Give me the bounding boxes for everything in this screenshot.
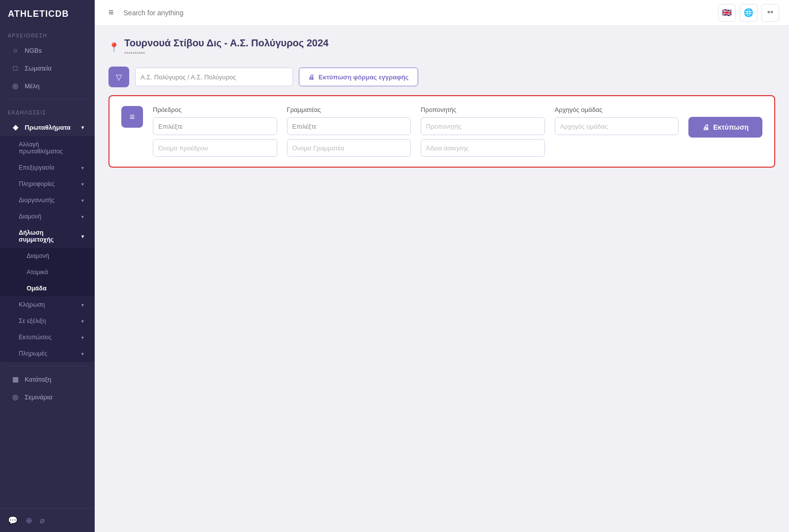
secretary-name-input[interactable] [287, 139, 411, 157]
chat-icon[interactable]: 💬 [8, 516, 18, 525]
sidebar-item-declaration[interactable]: Δήλωση συμμετοχής ▾ [3, 225, 92, 248]
ngbs-icon: ○ [11, 46, 20, 54]
info-label: Πληροφορίες [19, 180, 55, 187]
search-input[interactable] [124, 9, 712, 17]
sidebar-item-clubs[interactable]: □ Σωματεία [3, 60, 92, 76]
in-progress-chevron-icon: ▾ [81, 319, 84, 324]
logo-text: ATHLETICDB [8, 9, 69, 19]
sidebar-divider-2 [6, 366, 89, 366]
sidebar-item-clubs-label: Σωματεία [25, 65, 52, 72]
team-leader-group: Αρχηγός ομάδας [555, 106, 679, 135]
logo: ATHLETICDB [0, 0, 95, 26]
accommodation-label: Διαμονή [19, 213, 41, 220]
sidebar-footer: 💬 ⊕ ⌀ [0, 508, 95, 532]
members-icon: ◎ [11, 82, 20, 90]
sidebar-item-members[interactable]: ◎ Μέλη [3, 77, 92, 94]
sidebar-item-championships-label: Πρωταθλήματα [25, 124, 71, 131]
page-header-icon: 📍 [108, 42, 119, 53]
language-button[interactable]: 🇬🇧 [718, 4, 736, 22]
menu-button[interactable]: ≡ [105, 5, 118, 20]
organizer-label: Διοργανωτής [19, 197, 54, 204]
clubs-icon: □ [11, 64, 20, 72]
championships-chevron-icon: ▾ [81, 125, 84, 130]
sidebar-item-championships[interactable]: ◆ Πρωταθλήματα ▾ [3, 119, 92, 136]
club-filter-select[interactable]: Α.Σ. Πολύγυρος / Α.Σ. Πολύγυρος [135, 68, 293, 86]
sidebar-item-in-progress[interactable]: Σε εξέλιξη ▾ [3, 313, 92, 329]
sidebar-item-accommodation-sub[interactable]: Διαμονή [3, 248, 92, 264]
logo-athletic: ATHLETIC [8, 9, 55, 19]
flag-icon: 🇬🇧 [722, 8, 732, 17]
card-body: Πρόεδρος Επιλέξτε Γραμματέας Επιλέξτε [153, 106, 762, 157]
president-select[interactable]: Επιλέξτε [153, 117, 277, 135]
section-competitions-label: ΕΚΔΗΛΩΣΕΙΣ [0, 103, 95, 118]
sidebar-divider-1 [6, 99, 89, 99]
section-registrations-label: ΑΡΧΕΙΟΘΕΣΗ [0, 26, 95, 41]
secretary-group: Γραμματέας Επιλέξτε [287, 106, 411, 157]
coach-input[interactable] [421, 117, 545, 135]
print-btn-label: Εκτύπωση [713, 123, 749, 131]
team-leader-input[interactable] [555, 117, 679, 135]
topbar: ≡ 🇬🇧 🌐 •• [95, 0, 789, 26]
championships-submenu: Αλλαγή πρωταθλήματος Επεξεργασία ▾ Πληρο… [0, 136, 95, 362]
president-name-input[interactable] [153, 139, 277, 157]
sidebar-item-edit[interactable]: Επεξεργασία ▾ [3, 160, 92, 176]
logo-db: DB [55, 9, 69, 19]
sidebar-item-info[interactable]: Πληροφορίες ▾ [3, 176, 92, 192]
ranking-icon: ▦ [11, 375, 20, 383]
sidebar-item-prints[interactable]: Εκτυπώσεις ▾ [3, 329, 92, 345]
page-title: Τουρνουά Στίβου Δις - Α.Σ. Πολύγυρος 202… [124, 37, 328, 49]
prints-chevron-icon: ▾ [81, 335, 84, 340]
draw-label: Κλήρωση [19, 301, 45, 308]
payments-chevron-icon: ▾ [81, 351, 84, 356]
declaration-chevron-icon: ▾ [81, 234, 84, 239]
filter-row: ▽ Α.Σ. Πολύγυρος / Α.Σ. Πολύγυρος 🖨 Εκτύ… [108, 67, 775, 87]
filter-icon: ▽ [116, 72, 122, 82]
sidebar-item-accommodation[interactable]: Διαμονή ▾ [3, 209, 92, 224]
print-form-icon: 🖨 [308, 73, 315, 81]
sidebar-item-change-championship[interactable]: Αλλαγή πρωταθλήματος [3, 137, 92, 159]
payments-label: Πληρωμές [19, 350, 47, 357]
page-subtitle: •••••••••• [124, 50, 328, 57]
main-content: ≡ 🇬🇧 🌐 •• 📍 Τουρνουά Στίβου Δις - Α.Σ. Π… [95, 0, 789, 532]
declaration-submenu: Διαμονή Ατομικά Ομάδα [0, 248, 95, 296]
accommodation-chevron-icon: ▾ [81, 214, 84, 219]
print-form-button[interactable]: 🖨 Εκτύπωση φόρμας εγγραφής [299, 68, 418, 86]
seminars-label: Σεμινάρια [25, 393, 52, 401]
sidebar-item-payments[interactable]: Πληρωμές ▾ [3, 346, 92, 361]
draw-chevron-icon: ▾ [81, 302, 84, 308]
team-label: Ομάδα [27, 285, 46, 292]
help-icon[interactable]: ⊕ [26, 516, 32, 525]
user-dots-icon: •• [767, 7, 774, 18]
prints-label: Εκτυπώσεις [19, 334, 52, 341]
sidebar-item-individual[interactable]: Ατομικά [3, 264, 92, 280]
ranking-label: Κατάταξη [25, 376, 51, 383]
print-btn-container: 🖨 Εκτύπωση [688, 106, 762, 138]
declaration-label: Δήλωση συμμετοχής [19, 229, 76, 243]
sidebar-item-draw[interactable]: Κλήρωση ▾ [3, 297, 92, 313]
info-chevron-icon: ▾ [81, 181, 84, 187]
sidebar-item-ngbs[interactable]: ○ NGBs [3, 42, 92, 59]
sidebar-item-ranking[interactable]: ▦ Κατάταξη [3, 371, 92, 388]
edit-label: Επεξεργασία [19, 164, 54, 171]
sidebar: ATHLETICDB ΑΡΧΕΙΟΘΕΣΗ ○ NGBs □ Σωματεία … [0, 0, 95, 532]
coach-license-input[interactable] [421, 139, 545, 157]
form-card: ≡ Πρόεδρος Επιλέξτε Γραμματέας Επιλέξτε [108, 95, 775, 168]
sidebar-item-team[interactable]: Ομάδα [3, 281, 92, 296]
print-icon: 🖨 [702, 123, 709, 131]
edit-chevron-icon: ▾ [81, 165, 84, 171]
user-menu-button[interactable]: •• [761, 4, 779, 22]
individual-label: Ατομικά [27, 269, 48, 276]
globe-button[interactable]: 🌐 [740, 4, 757, 22]
topbar-actions: 🇬🇧 🌐 •• [718, 4, 779, 22]
page-header: 📍 Τουρνουά Στίβου Δις - Α.Σ. Πολύγυρος 2… [108, 37, 775, 57]
sidebar-item-seminars[interactable]: ◎ Σεμινάρια [3, 389, 92, 405]
sidebar-item-organizer[interactable]: Διοργανωτής ▾ [3, 192, 92, 208]
change-championship-label: Αλλαγή πρωταθλήματος [19, 141, 84, 155]
print-form-label: Εκτύπωση φόρμας εγγραφής [319, 73, 409, 81]
seminars-icon: ◎ [11, 393, 20, 401]
secretary-select[interactable]: Επιλέξτε [287, 117, 411, 135]
in-progress-label: Σε εξέλιξη [19, 318, 46, 324]
print-button[interactable]: 🖨 Εκτύπωση [688, 117, 762, 138]
link-icon[interactable]: ⌀ [40, 516, 45, 525]
championships-icon: ◆ [11, 123, 20, 131]
